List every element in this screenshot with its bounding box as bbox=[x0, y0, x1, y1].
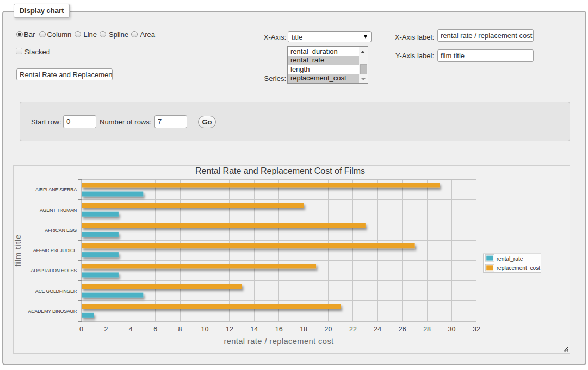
svg-text:22: 22 bbox=[349, 325, 357, 333]
svg-text:8: 8 bbox=[178, 325, 182, 333]
svg-text:film title: film title bbox=[14, 234, 22, 267]
svg-text:AFFAIR PREJUDICE: AFFAIR PREJUDICE bbox=[33, 248, 77, 253]
svg-text:24: 24 bbox=[374, 325, 381, 333]
svg-text:Rental Rate and Replacement Co: Rental Rate and Replacement Cost of Film… bbox=[195, 166, 365, 175]
svg-text:AIRPLANE SIERRA: AIRPLANE SIERRA bbox=[35, 187, 77, 192]
svg-text:rental_rate: rental_rate bbox=[497, 256, 523, 262]
svg-text:replacement_cost: replacement_cost bbox=[497, 265, 541, 271]
svg-text:26: 26 bbox=[399, 325, 406, 333]
svg-text:ADAPTATION HOLES: ADAPTATION HOLES bbox=[31, 268, 77, 273]
svg-text:0: 0 bbox=[79, 325, 83, 333]
svg-text:30: 30 bbox=[448, 325, 456, 333]
svg-text:28: 28 bbox=[423, 325, 431, 333]
svg-text:14: 14 bbox=[250, 325, 258, 333]
svg-text:AFRICAN EGG: AFRICAN EGG bbox=[45, 228, 77, 233]
svg-text:6: 6 bbox=[153, 325, 157, 333]
svg-text:AGENT TRUMAN: AGENT TRUMAN bbox=[40, 208, 77, 213]
svg-text:10: 10 bbox=[201, 325, 209, 333]
svg-text:20: 20 bbox=[325, 325, 332, 333]
svg-text:2: 2 bbox=[104, 325, 108, 333]
svg-text:rental rate / replacement cost: rental rate / replacement cost bbox=[224, 337, 333, 346]
svg-text:18: 18 bbox=[300, 325, 307, 333]
svg-text:ACE GOLDFINGER: ACE GOLDFINGER bbox=[35, 289, 77, 294]
svg-text:16: 16 bbox=[275, 325, 283, 333]
svg-text:12: 12 bbox=[226, 325, 233, 333]
svg-text:32: 32 bbox=[473, 325, 480, 333]
svg-text:ACADEMY DINOSAUR: ACADEMY DINOSAUR bbox=[28, 309, 77, 314]
svg-text:4: 4 bbox=[129, 325, 133, 333]
